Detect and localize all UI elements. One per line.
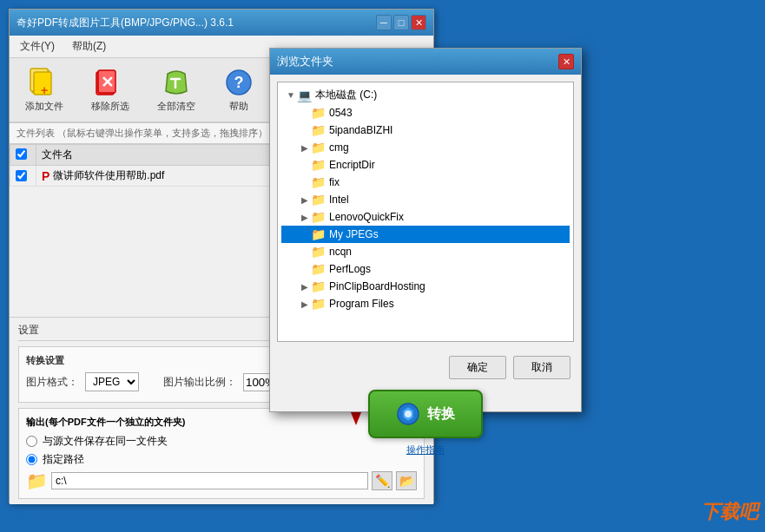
- item-expand-10: ▶: [299, 282, 311, 292]
- confirm-button[interactable]: 确定: [449, 356, 506, 379]
- scale-label: 图片输出比例：: [163, 375, 236, 390]
- tree-item[interactable]: ▶ 📁 cmg: [281, 139, 570, 156]
- item-expand-3: [299, 161, 311, 170]
- item-label-8: ncqn: [329, 246, 352, 258]
- path-input[interactable]: [51, 472, 368, 489]
- row-checkbox-cell[interactable]: [10, 166, 36, 187]
- app-title: 奇好PDF转成图片工具(BMP/JPG/PNG...) 3.6.1: [16, 16, 234, 30]
- tree-item[interactable]: ▶ 📁 LenovoQuickFix: [281, 208, 570, 226]
- browse-icon: 📂: [399, 474, 414, 488]
- item-expand-6: ▶: [299, 213, 311, 222]
- help-button[interactable]: ? 帮助: [216, 63, 261, 116]
- close-button[interactable]: ✕: [411, 15, 426, 30]
- custom-path-radio[interactable]: [26, 454, 37, 465]
- tree-item[interactable]: 📁 fix: [281, 174, 570, 191]
- title-bar-controls: ─ □ ✕: [376, 15, 426, 30]
- row-checkbox[interactable]: [16, 170, 27, 181]
- folder-icon-10: 📁: [311, 279, 326, 293]
- folder-icon-left: 📁: [26, 470, 48, 491]
- convert-icon: [396, 402, 420, 426]
- clear-button[interactable]: 全部清空: [150, 63, 202, 116]
- remove-label: 移除所选: [91, 100, 129, 113]
- watermark: 下载吧: [701, 499, 758, 525]
- folder-icon-8: 📁: [311, 245, 326, 259]
- dialog-buttons: 确定 取消: [270, 349, 581, 386]
- folder-icon-2: 📁: [311, 141, 326, 154]
- same-folder-radio[interactable]: [26, 436, 37, 447]
- file-list-label: 文件列表 （鼠标右键弹出操作菜单，支持多选，拖拽排序）: [16, 128, 267, 138]
- path-row: 📁 ✏️ 📂: [26, 470, 417, 491]
- help-icon: ?: [223, 67, 254, 98]
- item-expand-0: [299, 108, 311, 118]
- edit-path-button[interactable]: ✏️: [372, 471, 392, 490]
- drive-icon: 💻: [297, 89, 312, 102]
- row-filename: 微讲师软件使用帮助.pdf: [53, 168, 164, 183]
- item-label-6: LenovoQuickFix: [329, 211, 404, 223]
- item-expand-5: ▶: [299, 195, 311, 205]
- format-select[interactable]: JPEG BMP PNG: [85, 372, 139, 391]
- folder-icon-5: 📁: [311, 193, 326, 207]
- minimize-button[interactable]: ─: [376, 15, 392, 30]
- edit-icon: ✏️: [375, 474, 390, 488]
- tree-root[interactable]: ▼ 💻 本地磁盘 (C:): [281, 86, 570, 104]
- item-expand-4: [299, 178, 311, 187]
- operation-guide-link[interactable]: 操作指南: [406, 443, 445, 456]
- add-file-icon: +: [29, 67, 60, 98]
- item-label-11: Program Files: [329, 298, 394, 310]
- col-header-check: [10, 145, 36, 166]
- folder-icon-4: 📁: [311, 175, 326, 189]
- tree-item[interactable]: 📁 ncqn: [281, 243, 570, 260]
- svg-text:?: ?: [234, 74, 244, 91]
- tree-item-selected[interactable]: 📁 My JPEGs: [281, 226, 570, 243]
- add-file-button[interactable]: + 添加文件: [18, 63, 70, 116]
- tree-view[interactable]: ▼ 💻 本地磁盘 (C:) 📁 0543 📁 5ipandaBIZHI ▶ 📁 …: [277, 82, 574, 342]
- root-label: 本地磁盘 (C:): [315, 88, 377, 102]
- select-all-checkbox[interactable]: [16, 148, 27, 160]
- dialog-close-button[interactable]: ✕: [558, 54, 574, 69]
- item-label-1: 5ipandaBIZHI: [329, 124, 392, 136]
- remove-icon: ✕: [95, 67, 126, 98]
- svg-text:✕: ✕: [101, 74, 114, 91]
- clear-icon: [161, 67, 192, 98]
- folder-icon-9: 📁: [311, 262, 326, 276]
- tree-item[interactable]: 📁 PerfLogs: [281, 260, 570, 278]
- col-header-name: 文件名: [36, 145, 303, 166]
- item-label-7: My JPEGs: [329, 228, 379, 240]
- browse-dialog: 浏览文件夹 ✕ ▼ 💻 本地磁盘 (C:) 📁 0543 📁 5ipandaBI…: [269, 48, 582, 412]
- tree-item[interactable]: ▶ 📁 Program Files: [281, 295, 570, 312]
- tree-item[interactable]: 📁 EncriptDir: [281, 156, 570, 174]
- item-label-4: fix: [329, 176, 340, 188]
- help-label: 帮助: [229, 100, 248, 113]
- browse-path-button[interactable]: 📂: [396, 471, 417, 490]
- tree-item[interactable]: 📁 5ipandaBIZHI: [281, 122, 570, 139]
- tree-item[interactable]: 📁 0543: [281, 104, 570, 122]
- tree-item[interactable]: ▶ 📁 PinClipBoardHosting: [281, 278, 570, 295]
- item-expand-1: [299, 126, 311, 135]
- remove-button[interactable]: ✕ 移除所选: [84, 63, 136, 116]
- svg-text:+: +: [41, 83, 48, 97]
- convert-button[interactable]: 转换: [368, 390, 483, 438]
- menu-file[interactable]: 文件(Y): [16, 37, 58, 56]
- item-expand-2: ▶: [299, 143, 311, 153]
- item-label-0: 0543: [329, 107, 353, 119]
- format-label: 图片格式：: [26, 375, 78, 390]
- tree-item[interactable]: ▶ 📁 Intel: [281, 191, 570, 208]
- folder-icon-1: 📁: [311, 123, 326, 137]
- convert-label: 转换: [427, 405, 455, 424]
- cancel-button[interactable]: 取消: [513, 356, 570, 379]
- item-expand-8: [299, 247, 311, 257]
- pdf-icon: P: [42, 169, 49, 183]
- item-label-9: PerfLogs: [329, 263, 371, 275]
- folder-icon-6: 📁: [311, 210, 326, 224]
- clear-label: 全部清空: [157, 100, 195, 113]
- add-file-label: 添加文件: [25, 100, 63, 113]
- title-bar: 奇好PDF转成图片工具(BMP/JPG/PNG...) 3.6.1 ─ □ ✕: [10, 10, 433, 36]
- same-folder-label: 与源文件保存在同一文件夹: [43, 434, 168, 449]
- folder-icon-0: 📁: [311, 106, 326, 120]
- menu-help[interactable]: 帮助(Z): [69, 37, 109, 56]
- folder-icon-7: 📁: [311, 227, 326, 241]
- row-filename-cell: P 微讲师软件使用帮助.pdf: [36, 166, 303, 187]
- maximize-button[interactable]: □: [393, 15, 409, 30]
- item-expand-11: ▶: [299, 299, 311, 309]
- folder-icon-11: 📁: [311, 297, 326, 311]
